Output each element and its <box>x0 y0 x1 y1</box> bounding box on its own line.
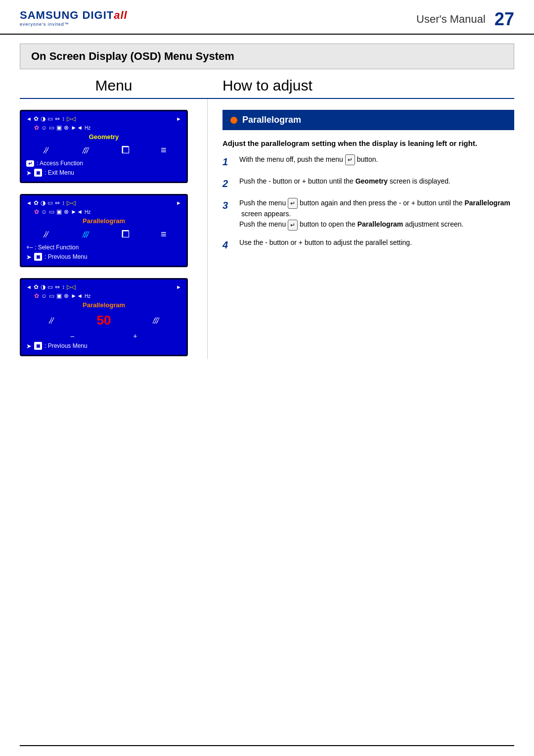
osd-info-enter-1: ↵ : Access Function <box>26 160 181 167</box>
right-shape-value: ⫻ <box>151 315 161 326</box>
playback-icon: ►◄ <box>71 124 83 131</box>
enter-button-icon: ↵ <box>26 160 34 167</box>
playback-icon-2: ►◄ <box>71 208 83 215</box>
step-text-4: Use the - button or + button to adjust t… <box>239 237 412 248</box>
contrast-icon-3: ◑ <box>41 284 45 290</box>
select-function-text: +– : Select Function <box>26 244 79 251</box>
menu-column: ◄ ✿ ◑ ▭ ⇔ ↕ ▷◁ ► ✿ ☺ ▭ ▣ ⊗ ►◄ Hz Geometr… <box>20 99 208 359</box>
page-header: SAMSUNG DIGITall everyone's invited™ Use… <box>0 0 534 35</box>
bottom-divider <box>20 745 514 746</box>
contrast-icon-2: ◑ <box>41 199 45 206</box>
geometry-icon-3: ▷◁ <box>67 284 76 290</box>
signal-icon: ↕ <box>62 115 65 122</box>
brightness-icon-3: ✿ <box>34 284 39 290</box>
screen3-icon-3: ▣ <box>56 292 62 299</box>
step-number-3: 3 <box>222 198 233 213</box>
pincushion-icon-2: ☺ <box>41 208 47 215</box>
menu-box-icon-3: ▣ <box>34 342 42 350</box>
osd-screen-1: ◄ ✿ ◑ ▭ ⇔ ↕ ▷◁ ► ✿ ☺ ▭ ▣ ⊗ ►◄ Hz Geometr… <box>20 110 188 183</box>
shape-parallelogram-left: ⫽ <box>41 144 51 156</box>
step-3: 3 Push the menu ↵ button again and then … <box>222 198 514 231</box>
osd-info-prev-2: ➤ ▣ : Previous Menu <box>26 253 181 261</box>
arrow-left-icon-2: ◄ <box>26 200 32 206</box>
osd-info-select-2: +– : Select Function <box>26 244 181 251</box>
step-number-4: 4 <box>222 237 233 252</box>
logo-tagline: everyone's invited™ <box>20 22 128 27</box>
parallelogram-title: Parallelogram <box>242 115 301 125</box>
steps-list: 1 With the menu off, push the menu ↵ but… <box>222 154 514 252</box>
geometry-icon-2: ▷◁ <box>67 199 76 206</box>
shape-para-selected: ⫻ <box>81 229 91 240</box>
manual-title: User's Manual <box>416 13 486 26</box>
menu-box-icon-1: ▣ <box>34 169 42 177</box>
left-shape-value: ⫽ <box>46 315 56 326</box>
step-4: 4 Use the - button or + button to adjust… <box>222 237 514 252</box>
enter-button-inline-3a: ↵ <box>288 198 298 209</box>
step-text-1: With the menu off, push the menu ↵ butto… <box>239 154 378 165</box>
page-number: 27 <box>494 9 514 30</box>
osd-icon-row-2: ✿ ☺ ▭ ▣ ⊗ ►◄ Hz <box>26 124 181 131</box>
screen2-icon: ▭ <box>49 124 54 131</box>
shape-list: ≡ <box>161 144 167 156</box>
enter-button-inline-3b: ↵ <box>288 220 298 231</box>
screen2-icon-2: ▭ <box>49 208 54 215</box>
step-number-2: 2 <box>222 176 233 191</box>
brightness-icon: ✿ <box>34 115 39 122</box>
arrow-menu-icon-1: ➤ <box>26 169 32 177</box>
convergence-icon-2: ⊗ <box>64 208 69 215</box>
step-text-2: Push the - button or + button until the … <box>239 176 450 187</box>
arrow-left-icon-3: ◄ <box>26 284 32 290</box>
color-icon-3: ✿ <box>34 292 39 299</box>
two-column-layout: ◄ ✿ ◑ ▭ ⇔ ↕ ▷◁ ► ✿ ☺ ▭ ▣ ⊗ ►◄ Hz Geometr… <box>20 99 514 359</box>
screen3-icon-2: ▣ <box>56 208 62 215</box>
arrow-right-icon: ► <box>176 116 181 122</box>
step-text-3: Push the menu ↵ button again and then pr… <box>239 198 514 231</box>
arrow-right-icon-3: ► <box>176 284 181 290</box>
menu-box-icon-2: ▣ <box>34 253 42 261</box>
adjust-column-header: How to adjust <box>208 77 514 94</box>
osd-screen-3: ◄ ✿ ◑ ▭ ⇔ ↕ ▷◁ ► ✿ ☺ ▭ ▣ ⊗ ►◄ Hz Paralle… <box>20 278 188 356</box>
position-icon-3: ⇔ <box>55 284 60 290</box>
signal-icon-3: ↕ <box>62 284 65 290</box>
osd-shape-row-2: ⫽ ⫻ ⧠ ≡ <box>26 229 181 240</box>
osd-value-row: ⫽ 50 ⫻ <box>26 313 181 328</box>
exit-menu-text: : Exit Menu <box>44 169 74 176</box>
menu-column-header: Menu <box>20 77 208 94</box>
screen-icon-3: ▭ <box>47 284 53 290</box>
arrow-right-icon-2: ► <box>176 200 181 206</box>
screen2-icon-3: ▭ <box>49 292 54 299</box>
section-title: On Screen Display (OSD) Menu System <box>31 50 503 63</box>
step-1: 1 With the menu off, push the menu ↵ but… <box>222 154 514 169</box>
hz-icon-3: Hz <box>85 293 90 299</box>
osd-screen-2: ◄ ✿ ◑ ▭ ⇔ ↕ ▷◁ ► ✿ ☺ ▭ ▣ ⊗ ►◄ Hz Paralle… <box>20 194 188 267</box>
shape-para-left-2: ⫽ <box>41 229 51 240</box>
hz-icon: Hz <box>85 125 90 131</box>
color-icon-2: ✿ <box>34 208 39 215</box>
shape-parallelogram-right: ⫻ <box>81 144 91 156</box>
osd-label-1: Geometry <box>26 133 181 141</box>
convergence-icon-3: ⊗ <box>64 292 69 299</box>
screen-icon: ▭ <box>47 115 53 122</box>
arrow-menu-icon-3: ➤ <box>26 342 32 350</box>
shape-keystone-2: ⧠ <box>121 229 131 240</box>
previous-menu-text-3: : Previous Menu <box>44 342 88 349</box>
hz-icon-2: Hz <box>85 209 90 215</box>
arrow-menu-icon-2: ➤ <box>26 253 32 261</box>
pincushion-icon: ☺ <box>41 124 47 131</box>
osd-icon-row-3: ◄ ✿ ◑ ▭ ⇔ ↕ ▷◁ ► <box>26 199 181 206</box>
logo-all-text: all <box>114 9 127 21</box>
samsung-logo: SAMSUNG DIGITall <box>20 9 128 22</box>
geometry-icon: ▷◁ <box>67 115 76 122</box>
plus-sign: + <box>133 332 137 340</box>
section-title-bar: On Screen Display (OSD) Menu System <box>20 44 514 69</box>
logo-text: SAMSUNG DIGITall <box>20 9 128 21</box>
bullet-icon <box>230 117 237 124</box>
logo-digit-text: DIGIT <box>83 9 114 21</box>
adjust-title-bar: Parallelogram <box>222 110 514 130</box>
brightness-icon-2: ✿ <box>34 199 39 206</box>
osd-info-exit-1: ➤ ▣ : Exit Menu <box>26 169 181 177</box>
playback-icon-3: ►◄ <box>71 292 83 299</box>
shape-list-2: ≡ <box>161 229 167 240</box>
osd-label-2: Parallelogram <box>26 217 181 225</box>
pincushion-icon-3: ☺ <box>41 292 47 299</box>
